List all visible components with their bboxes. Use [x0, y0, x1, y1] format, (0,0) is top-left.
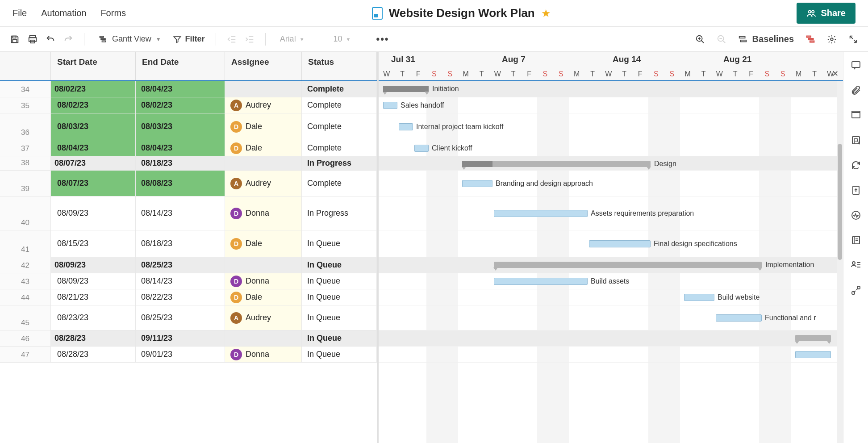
row-number[interactable]: 34	[0, 81, 51, 97]
resource-icon[interactable]	[851, 260, 861, 271]
gantt-bar[interactable]: Final design specifications	[589, 240, 651, 247]
cell-start-date[interactable]: 08/04/23	[51, 140, 136, 156]
cell-start-date[interactable]: 08/28/23	[51, 347, 136, 362]
cell-status[interactable]: Complete	[302, 171, 377, 196]
row-number[interactable]: 43	[0, 273, 51, 289]
cell-assignee[interactable]: DDonna	[225, 196, 302, 230]
cell-start-date[interactable]: 08/23/23	[51, 305, 136, 330]
row-number[interactable]: 37	[0, 140, 51, 156]
menu-forms[interactable]: Forms	[100, 8, 126, 18]
font-size-selector[interactable]: 10 ▼	[330, 33, 355, 46]
col-header-end[interactable]: End Date	[136, 52, 225, 80]
cell-status[interactable]: In Progress	[302, 196, 377, 230]
cell-status[interactable]: In Queue	[302, 230, 377, 257]
table-row[interactable]: 4008/09/2308/14/23DDonnaIn Progress	[0, 196, 377, 230]
cell-end-date[interactable]: 08/18/23	[136, 156, 225, 170]
gantt-bar[interactable]	[795, 351, 831, 358]
cell-end-date[interactable]: 08/14/23	[136, 196, 225, 230]
more-button[interactable]: •••	[376, 33, 389, 45]
cell-status[interactable]: Complete	[302, 140, 377, 156]
publish-icon[interactable]	[851, 185, 861, 196]
cell-assignee[interactable]: DDale	[225, 230, 302, 257]
save-icon[interactable]	[10, 34, 20, 44]
table-row[interactable]: 3408/02/2308/04/23Complete	[0, 81, 377, 97]
table-row[interactable]: 4408/21/2308/22/23DDaleIn Queue	[0, 289, 377, 305]
table-row[interactable]: 4608/28/2309/11/23In Queue	[0, 330, 377, 347]
gantt-bar[interactable]: Build assets	[494, 278, 588, 285]
row-number[interactable]: 45	[0, 305, 51, 330]
scrollbar-thumb[interactable]	[838, 144, 842, 260]
cell-end-date[interactable]: 08/25/23	[136, 257, 225, 273]
gantt-bar[interactable]: Build website	[684, 294, 714, 301]
table-row[interactable]: 3808/07/2308/18/23In Progress	[0, 156, 377, 171]
refresh-icon[interactable]	[851, 160, 861, 171]
row-number[interactable]: 40	[0, 196, 51, 230]
gantt-bar[interactable]: Initiation	[383, 86, 429, 92]
cell-start-date[interactable]: 08/03/23	[51, 113, 136, 140]
undo-icon[interactable]	[46, 34, 55, 44]
row-number[interactable]: 44	[0, 289, 51, 305]
cell-status[interactable]: Complete	[302, 97, 377, 113]
settings-icon[interactable]	[827, 34, 837, 44]
gantt-bar[interactable]: Internal project team kickoff	[399, 123, 413, 130]
table-row[interactable]: 4308/09/2308/14/23DDonnaIn Queue	[0, 273, 377, 289]
table-row[interactable]: 3608/03/2308/03/23DDaleComplete	[0, 113, 377, 140]
cell-end-date[interactable]: 08/22/23	[136, 289, 225, 305]
cell-assignee[interactable]: AAudrey	[225, 305, 302, 330]
gantt-bar[interactable]: Design	[462, 161, 651, 167]
brandfolder-icon[interactable]	[851, 135, 861, 146]
cell-status[interactable]: In Queue	[302, 257, 377, 273]
cell-start-date[interactable]: 08/09/23	[51, 273, 136, 289]
cell-end-date[interactable]: 08/04/23	[136, 140, 225, 156]
gantt-bar[interactable]	[795, 335, 831, 341]
row-number[interactable]: 41	[0, 230, 51, 257]
row-number[interactable]: 36	[0, 113, 51, 140]
col-header-status[interactable]: Status	[302, 52, 377, 80]
row-number[interactable]: 39	[0, 171, 51, 196]
cell-start-date[interactable]: 08/02/23	[51, 97, 136, 113]
proof-icon[interactable]	[851, 110, 861, 121]
connections-icon[interactable]	[851, 285, 861, 296]
cell-end-date[interactable]: 08/02/23	[136, 97, 225, 113]
star-icon[interactable]: ★	[541, 7, 551, 20]
row-number[interactable]: 46	[0, 330, 51, 346]
cell-assignee[interactable]: DDonna	[225, 347, 302, 362]
summary-icon[interactable]	[851, 235, 861, 246]
gantt-bar[interactable]: Functional and r	[716, 314, 762, 322]
share-button[interactable]: Share	[797, 3, 855, 24]
cell-end-date[interactable]: 08/18/23	[136, 230, 225, 257]
print-icon[interactable]	[28, 34, 38, 44]
cell-end-date[interactable]: 08/25/23	[136, 305, 225, 330]
comments-icon[interactable]	[851, 60, 861, 71]
cell-end-date[interactable]: 09/11/23	[136, 330, 225, 346]
row-number[interactable]: 35	[0, 97, 51, 113]
table-row[interactable]: 3508/02/2308/02/23AAudreyComplete	[0, 97, 377, 113]
baselines-button[interactable]: Baselines	[738, 34, 794, 44]
cell-status[interactable]: In Queue	[302, 347, 377, 362]
row-number[interactable]: 47	[0, 347, 51, 362]
attachments-icon[interactable]	[851, 85, 861, 96]
vertical-scrollbar[interactable]	[837, 81, 843, 443]
expand-icon[interactable]	[848, 34, 858, 44]
gantt-bar[interactable]: Client kickoff	[414, 145, 429, 152]
cell-end-date[interactable]: 08/14/23	[136, 273, 225, 289]
cell-status[interactable]: In Queue	[302, 305, 377, 330]
col-header-assignee[interactable]: Assignee	[225, 52, 302, 80]
cell-start-date[interactable]: 08/02/23	[51, 81, 136, 97]
font-selector[interactable]: Arial ▼	[276, 33, 308, 46]
cell-assignee[interactable]: DDale	[225, 113, 302, 140]
view-selector[interactable]: Gantt View ▼	[95, 33, 165, 46]
cell-status[interactable]: In Queue	[302, 273, 377, 289]
table-row[interactable]: 3908/07/2308/08/23AAudreyComplete	[0, 171, 377, 196]
cell-start-date[interactable]: 08/28/23	[51, 330, 136, 346]
zoom-in-icon[interactable]	[695, 34, 705, 44]
cell-start-date[interactable]: 08/09/23	[51, 257, 136, 273]
cell-status[interactable]: In Queue	[302, 289, 377, 305]
cell-assignee[interactable]	[225, 156, 302, 170]
gantt-bar[interactable]: Sales handoff	[383, 102, 397, 109]
critical-path-icon[interactable]	[805, 34, 815, 44]
cell-status[interactable]: In Progress	[302, 156, 377, 170]
cell-status[interactable]: Complete	[302, 113, 377, 140]
gantt-bar[interactable]: Branding and design approach	[462, 180, 492, 187]
cell-start-date[interactable]: 08/21/23	[51, 289, 136, 305]
